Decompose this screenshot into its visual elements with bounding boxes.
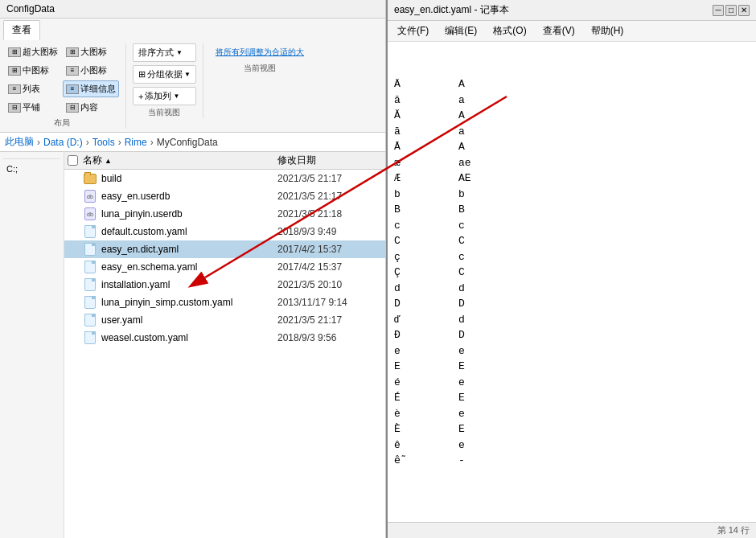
list-item[interactable]: installation.yaml2021/3/5 20:10 (64, 276, 385, 294)
notepad-content[interactable]: ÄAăaĂAāaĀAæaeÆAEbbBBccCCçcÇCddDDďdĐDeeEE… (388, 42, 756, 522)
char-left: Ă (394, 108, 442, 124)
char-left: E (394, 359, 442, 375)
yaml-icon (84, 296, 96, 309)
char-left: Ä (394, 76, 442, 92)
char-right: a (458, 92, 507, 109)
list-item[interactable]: luna_pinyin_simp.custom.yaml2013/11/17 9… (64, 294, 385, 311)
content-row: çc (394, 249, 750, 265)
list-item[interactable]: default.custom.yaml2018/9/3 9:49 (64, 223, 385, 240)
view-content[interactable]: ⊟ 内容 (63, 99, 119, 116)
content-row: ÄA (394, 76, 750, 92)
minimize-button[interactable]: ─ (713, 5, 724, 16)
view-extra-large[interactable]: ⊞ 超大图标 (5, 43, 61, 60)
char-right: d (458, 281, 507, 297)
userdb-icon: db (84, 207, 96, 220)
list-item[interactable]: user.yaml2021/3/5 21:17 (64, 311, 385, 329)
tab-view[interactable]: 查看 (3, 20, 40, 40)
file-list-header: 名称 ▲ 修改日期 (64, 152, 385, 170)
close-button[interactable]: ✕ (738, 5, 750, 16)
file-date: 2018/9/3 9:56 (277, 332, 382, 343)
explorer-panel: ConfigData 查看 ⊞ 超大图标 ⊞ 大图标 (0, 0, 386, 538)
breadcrumb-data[interactable]: Data (D:) (43, 137, 83, 148)
char-right: e (458, 343, 507, 359)
sort-button[interactable]: 排序方式 ▼ (133, 43, 196, 62)
view-tiles[interactable]: ⊟ 平铺 (5, 99, 61, 116)
yaml-icon (84, 314, 96, 326)
breadcrumb-rime[interactable]: Rime (125, 137, 147, 148)
add-col-down-icon: ▼ (173, 92, 179, 100)
medium-icon: ⊞ (8, 66, 21, 76)
sort-asc-icon: ▲ (105, 157, 112, 165)
ribbon-tab-row: 查看 (0, 18, 385, 40)
left-nav: C:; (0, 152, 64, 538)
list-item[interactable]: build2021/3/5 21:17 (64, 170, 385, 187)
fit-columns-button[interactable]: 将所有列调整为合适的大 (210, 43, 310, 61)
menu-edit[interactable]: 编辑(E) (438, 23, 483, 39)
ribbon-group-sort: 排序方式 ▼ ⊞ 分组依据 ▼ + 添加列 ▼ (133, 43, 203, 118)
col-name-header[interactable]: 名称 ▲ (83, 154, 277, 167)
content-row: bb (394, 187, 750, 203)
view-details[interactable]: ≡ 详细信息 (63, 80, 119, 97)
char-left: C (394, 233, 442, 249)
add-col-button[interactable]: + 添加列 ▼ (133, 87, 196, 105)
content-row: ăa (394, 92, 750, 109)
content-row: ĐD (394, 327, 750, 343)
file-date: 2021/3/5 21:17 (277, 173, 382, 184)
char-right: d (458, 312, 507, 328)
notepad-statusbar: 第 14 行 (388, 522, 756, 538)
view-list[interactable]: ≡ 列表 (5, 80, 61, 97)
char-left: È (394, 421, 442, 437)
list-item[interactable]: easy_en.schema.yaml2017/4/2 15:37 (64, 258, 385, 276)
char-left: æ (394, 155, 442, 171)
content-row: dd (394, 281, 750, 297)
view-small[interactable]: ≡ 小图标 (63, 62, 119, 79)
list-item[interactable]: easy_en.dict.yaml2017/4/2 15:37 (64, 240, 385, 258)
breadcrumb-tools[interactable]: Tools (92, 137, 115, 148)
char-left: Æ (394, 170, 442, 187)
char-left: ç (394, 249, 442, 265)
list-item[interactable]: dbeasy_en.userdb2021/3/5 21:17 (64, 187, 385, 205)
char-right: A (458, 108, 507, 124)
notepad-panel: easy_en.dict.yaml - 记事本 ─ □ ✕ 文件(F) 编辑(E… (386, 0, 756, 538)
content-row: EE (394, 359, 750, 375)
menu-format[interactable]: 格式(O) (487, 23, 532, 39)
content-row: êe (394, 437, 750, 454)
current-view-label: 当前视图 (148, 107, 180, 118)
file-list: build2021/3/5 21:17dbeasy_en.userdb2021/… (64, 170, 385, 538)
breadcrumb: 此电脑 › Data (D:) › Tools › Rime › MyConfi… (0, 133, 385, 152)
ribbon-content: ⊞ 超大图标 ⊞ 大图标 ⊞ 中图标 ≡ 小图标 (0, 40, 385, 132)
group-by-button[interactable]: ⊞ 分组依据 ▼ (133, 65, 196, 84)
select-all-checkbox[interactable] (68, 155, 78, 166)
group-icon: ⊞ (138, 69, 146, 80)
menu-help[interactable]: 帮助(H) (585, 23, 631, 39)
char-left: c (394, 218, 442, 234)
char-left: ễ (394, 453, 442, 469)
file-name: user.yaml (101, 314, 277, 326)
maximize-button[interactable]: □ (725, 5, 737, 16)
list-item[interactable]: weasel.custom.yaml2018/9/3 9:56 (64, 329, 385, 347)
content-row: cc (394, 218, 750, 234)
breadcrumb-pc[interactable]: 此电脑 (5, 135, 34, 149)
content-row: æae (394, 155, 750, 171)
view-medium[interactable]: ⊞ 中图标 (5, 62, 61, 79)
char-left: Ç (394, 265, 442, 281)
menu-file[interactable]: 文件(F) (391, 23, 435, 39)
content-row: CC (394, 233, 750, 249)
group-down-icon: ▼ (184, 71, 191, 78)
list-item[interactable]: dbluna_pinyin.userdb2021/3/5 21:18 (64, 205, 385, 223)
col-date-header[interactable]: 修改日期 (277, 154, 382, 167)
notepad-title: easy_en.dict.yaml - 记事本 (394, 3, 509, 17)
file-date: 2017/4/2 15:37 (277, 244, 382, 255)
file-name: installation.yaml (101, 279, 277, 290)
file-name: easy_en.schema.yaml (101, 261, 277, 273)
menu-view[interactable]: 查看(V) (536, 23, 581, 39)
folder-icon (84, 174, 97, 184)
file-name: default.custom.yaml (101, 226, 277, 237)
view-large[interactable]: ⊞ 大图标 (63, 43, 119, 60)
yaml-icon (84, 331, 96, 344)
large-icon: ⊞ (66, 47, 79, 57)
ribbon-group-fitcols: 将所有列调整为合适的大 当前视图 (210, 43, 316, 74)
nav-item-c[interactable]: C:; (3, 162, 60, 175)
ribbon-group-view: ⊞ 超大图标 ⊞ 大图标 ⊞ 中图标 ≡ 小图标 (5, 43, 126, 129)
bottom-nav: C:; (3, 158, 60, 175)
